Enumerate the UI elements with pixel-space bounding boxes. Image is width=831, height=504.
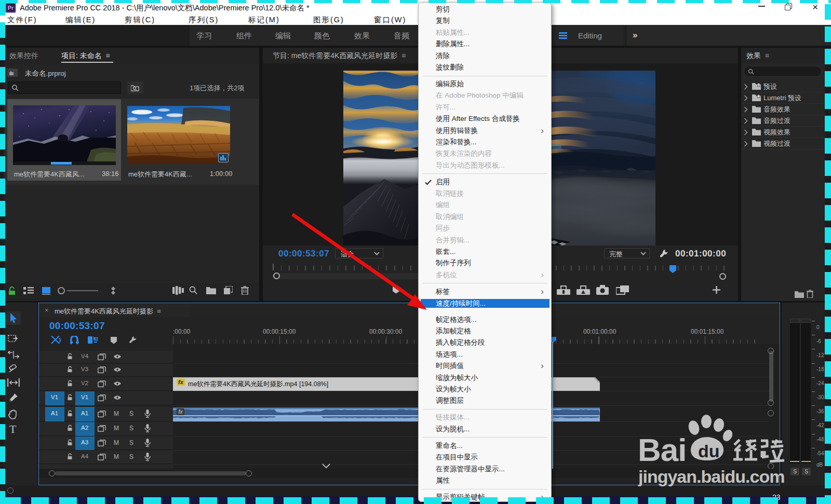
svg-text:du: du <box>698 441 720 461</box>
